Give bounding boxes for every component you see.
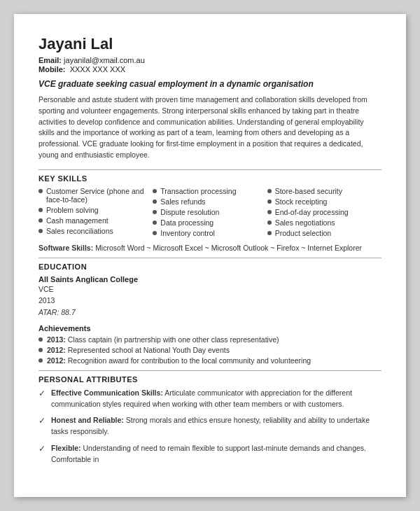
bullet-icon (38, 337, 43, 342)
list-item: Store-based security (267, 187, 376, 195)
bullet-icon (153, 210, 157, 214)
skills-divider (38, 169, 382, 170)
list-item: Transaction processing (153, 187, 261, 195)
checkmark-icon: ✓ (38, 414, 46, 427)
email-label: Email: (38, 56, 62, 64)
bullet-icon (267, 200, 272, 204)
list-item: ✓ Flexible: Understanding of need to rem… (38, 443, 382, 465)
list-item: Sales refunds (153, 197, 261, 206)
software-label: Software Skills: (38, 244, 93, 252)
bullet-icon (38, 218, 43, 223)
list-item: End-of-day processing (267, 208, 376, 216)
skills-col-2: Transaction processing Sales refunds Dis… (153, 187, 267, 239)
attributes-section-title: PERSONAL ATTRIBUTES (38, 375, 382, 384)
bullet-icon (267, 231, 272, 235)
education-divider (38, 258, 382, 258)
email-value: jayanilal@xmail.com.au (64, 56, 145, 64)
skills-grid: Customer Service (phone and face-to-face… (38, 187, 382, 239)
bullet-icon (38, 189, 43, 193)
list-item: Sales negotiations (267, 218, 376, 227)
bullet-icon (153, 220, 157, 225)
list-item: Customer Service (phone and face-to-face… (38, 187, 147, 204)
achievements-title: Achievements (38, 324, 382, 332)
bullet-icon (38, 229, 43, 233)
list-item: Sales reconciliations (38, 227, 147, 235)
list-item: 2012: Represented school at National You… (38, 346, 382, 354)
education-year: 2013 (38, 295, 382, 307)
bullet-icon (267, 189, 272, 193)
education-section-title: EDUCATION (38, 262, 382, 271)
bullet-icon (153, 231, 157, 235)
bullet-icon (38, 208, 43, 212)
list-item: Problem solving (38, 206, 147, 214)
list-item: Product selection (267, 229, 376, 237)
bullet-icon (38, 348, 43, 352)
checkmark-icon: ✓ (38, 387, 46, 400)
list-item: ✓ Honest and Reliable: Strong morals and… (38, 415, 382, 438)
education-atar: ATAR: 88.7 (38, 307, 382, 318)
bullet-icon (153, 200, 157, 204)
bullet-icon (153, 189, 157, 193)
applicant-name: Jayani Lal (38, 35, 382, 53)
mobile-label: Mobile: (38, 65, 66, 74)
tagline: VCE graduate seeking casual employment i… (38, 79, 382, 89)
checkmark-icon: ✓ (38, 442, 46, 455)
list-item: Inventory control (153, 229, 261, 237)
list-item: 2013: Class captain (in partnership with… (38, 335, 382, 344)
header-section: Jayani Lal Email: jayanilal@xmail.com.au… (38, 35, 382, 74)
mobile-value: XXXX XXX XXX (70, 65, 125, 74)
email-line: Email: jayanilal@xmail.com.au (38, 56, 382, 64)
skills-col-3: Store-based security Stock receipting En… (267, 187, 382, 239)
list-item: Data processing (153, 218, 261, 227)
bullet-icon (38, 358, 43, 363)
bullet-icon (267, 220, 272, 225)
education-institution: All Saints Anglican College (38, 275, 382, 284)
skills-col-1: Customer Service (phone and face-to-face… (38, 187, 153, 239)
mobile-line: Mobile: XXXX XXX XXX (38, 65, 382, 74)
list-item: Cash management (38, 216, 147, 225)
bullet-icon (267, 210, 272, 214)
skills-section-title: KEY SKILLS (38, 174, 382, 183)
education-qualification: VCE (38, 284, 382, 295)
resume-page: Jayani Lal Email: jayanilal@xmail.com.au… (14, 14, 406, 497)
list-item: Dispute resolution (153, 208, 261, 216)
software-value: Microsoft Word ~ Microsoft Excel ~ Micro… (95, 244, 362, 252)
list-item: ✓ Effective Communication Skills: Articu… (38, 388, 382, 410)
summary-text: Personable and astute student with prove… (38, 94, 382, 161)
attributes-divider (38, 370, 382, 371)
list-item: Stock receipting (267, 197, 376, 206)
software-skills-line: Software Skills: Microsoft Word ~ Micros… (38, 244, 382, 252)
list-item: 2012: Recognition award for contribution… (38, 356, 382, 365)
